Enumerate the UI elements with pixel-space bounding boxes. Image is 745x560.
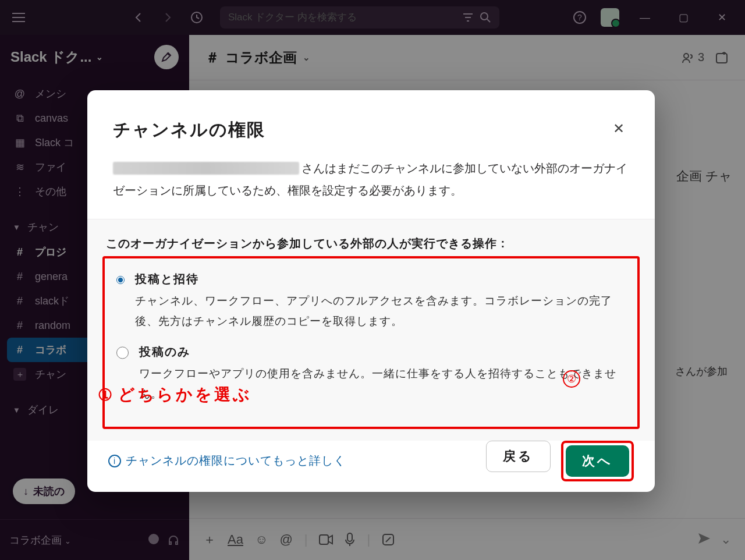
svg-rect-7 xyxy=(347,533,352,541)
option-post-and-invite[interactable]: 投稿と招待 チャンネル、ワークフロー、アプリへのフルアクセスを含みます。コラボレ… xyxy=(114,267,628,339)
attach-icon[interactable]: ＋ xyxy=(203,531,216,548)
compose-button[interactable] xyxy=(154,45,179,69)
chevron-down-icon: ▼ xyxy=(13,406,20,414)
chevron-down-icon: ▼ xyxy=(13,223,20,232)
hash-icon: ＃ xyxy=(205,48,219,67)
hash-icon: # xyxy=(13,271,27,283)
video-icon[interactable] xyxy=(319,534,333,545)
svg-point-1 xyxy=(481,13,488,20)
channel-permissions-modal: チャンネルの権限 ✕ さんはまだこのチャンネルに参加していない外部のオーガナイゼ… xyxy=(87,90,655,492)
hamburger-icon[interactable] xyxy=(10,9,27,26)
members-button[interactable]: 3 xyxy=(682,51,704,64)
forward-icon[interactable] xyxy=(159,9,176,26)
back-button[interactable]: 戻る xyxy=(486,441,551,472)
stack-icon: ≋ xyxy=(13,161,27,173)
window-close[interactable]: ✕ xyxy=(709,7,735,28)
more-icon: ⋮ xyxy=(13,185,27,198)
format-icon[interactable]: Aa xyxy=(228,532,243,547)
sidebar-footer: コラボ企画 ⌄ xyxy=(0,519,189,560)
chevron-down-icon: ⌄ xyxy=(303,52,310,63)
mic-icon[interactable] xyxy=(345,533,355,547)
send-icon[interactable] xyxy=(697,532,711,547)
help-icon[interactable]: ? xyxy=(572,9,588,26)
history-icon[interactable] xyxy=(189,9,205,26)
close-icon[interactable]: ✕ xyxy=(608,118,629,139)
back-icon[interactable] xyxy=(130,9,147,26)
hash-icon: # xyxy=(13,320,27,332)
add-canvas-icon[interactable] xyxy=(715,51,729,65)
mention-icon[interactable]: @ xyxy=(279,532,292,547)
hash-icon: # xyxy=(13,295,27,307)
hash-icon: # xyxy=(13,246,27,258)
radio-post-only[interactable] xyxy=(116,346,129,359)
annotation-2: ② xyxy=(563,370,580,388)
shortcut-icon[interactable] xyxy=(382,533,395,546)
window-minimize[interactable]: — xyxy=(632,7,658,28)
svg-text:?: ? xyxy=(577,13,582,22)
learn-more-link[interactable]: iチャンネルの権限についてもっと詳しく xyxy=(108,453,346,469)
next-button-highlight: 次へ xyxy=(561,441,634,481)
redacted-name xyxy=(113,162,299,175)
unread-pill[interactable]: ↓未読の xyxy=(13,479,75,504)
svg-rect-5 xyxy=(716,54,727,63)
search-icon[interactable] xyxy=(480,12,491,23)
emoji-icon[interactable]: ☺ xyxy=(255,532,268,547)
search-input[interactable] xyxy=(228,12,456,23)
headphones-icon[interactable] xyxy=(167,534,180,547)
record-icon[interactable] xyxy=(148,534,159,544)
joined-text: さんが参加 xyxy=(675,364,728,378)
search-box[interactable] xyxy=(220,6,499,29)
hash-icon: # xyxy=(13,344,27,356)
next-button[interactable]: 次へ xyxy=(566,445,629,477)
modal-title: チャンネルの権限 xyxy=(113,118,265,142)
annotation-1: ①どちらかを選ぶ xyxy=(98,384,252,406)
filter-icon[interactable] xyxy=(462,12,474,23)
footer-channel[interactable]: コラボ企画 ⌄ xyxy=(9,533,71,547)
workspace-switcher[interactable]: Slack ドク...⌄ xyxy=(10,48,103,66)
permission-label: このオーガナイゼーションから参加している外部の人が実行できる操作 : xyxy=(106,236,640,251)
window-maximize[interactable]: ▢ xyxy=(670,7,696,28)
radio-post-and-invite[interactable] xyxy=(116,274,125,286)
composer: ＋ Aa ☺ @ | | ⌄ xyxy=(189,518,745,560)
arrow-down-icon: ↓ xyxy=(23,485,29,498)
svg-point-4 xyxy=(684,54,689,58)
plus-icon: ＋ xyxy=(13,368,26,381)
titlebar: ? — ▢ ✕ xyxy=(0,0,745,35)
send-options-icon[interactable]: ⌄ xyxy=(721,532,731,547)
background-text: 企画 チャ xyxy=(676,168,732,185)
canvas-icon: ⧉ xyxy=(13,112,27,125)
channel-title[interactable]: ＃コラボ企画⌄ xyxy=(205,48,310,67)
svg-rect-6 xyxy=(320,535,328,544)
building-icon: ▦ xyxy=(13,136,27,149)
modal-description: さんはまだこのチャンネルに参加していない外部のオーガナイゼーションに所属している… xyxy=(87,148,655,219)
info-icon: i xyxy=(108,455,121,467)
at-icon: @ xyxy=(13,88,27,100)
avatar[interactable] xyxy=(601,8,619,27)
